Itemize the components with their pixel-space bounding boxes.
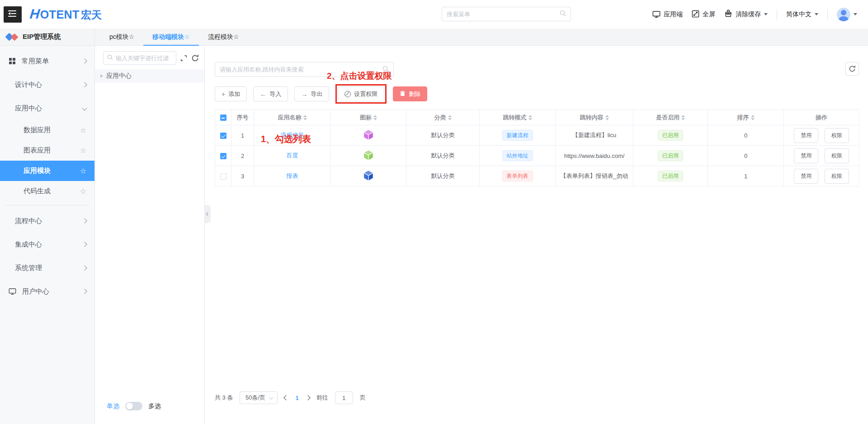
sidebar-item-app-center[interactable]: 应用中心 xyxy=(0,96,94,120)
sidebar-item-system-admin[interactable]: 系统管理 xyxy=(0,256,94,280)
menu-search-input[interactable] xyxy=(447,11,560,18)
sidebar-item-app-module[interactable]: 应用模块 ☆ xyxy=(0,161,94,181)
next-page-button[interactable] xyxy=(305,395,310,400)
brand-logo: HOTENT宏天 xyxy=(30,6,102,22)
app-search-input[interactable] xyxy=(220,66,379,73)
sidebar-item-user-center[interactable]: 用户中心 xyxy=(0,280,94,303)
chevron-down-icon xyxy=(82,105,87,110)
tab-pc-module[interactable]: pc模块☆ xyxy=(100,29,143,45)
refresh-list-button[interactable] xyxy=(845,62,859,76)
sidebar-item-common-menu[interactable]: 常用菜单 xyxy=(0,49,94,73)
caret-right-icon[interactable] xyxy=(100,74,103,78)
col-icon[interactable]: 图标 xyxy=(331,110,406,125)
collapse-tree-handle[interactable] xyxy=(205,205,211,223)
sort-icon[interactable] xyxy=(373,115,377,120)
col-jump-mode[interactable]: 跳转模式 xyxy=(480,110,556,125)
goto-label: 前往 xyxy=(316,394,328,402)
total-count: 共 3 条 xyxy=(215,394,233,402)
tree-filter-input[interactable] xyxy=(116,55,172,62)
select-all-checkbox[interactable] xyxy=(220,114,226,121)
refresh-tree-button[interactable] xyxy=(191,54,199,62)
sidebar-item-integration-center[interactable]: 集成中心 xyxy=(0,233,94,256)
set-permission-button[interactable]: 设置权限 xyxy=(338,86,384,101)
fullscreen-icon xyxy=(692,10,699,19)
eip-logo-icon xyxy=(6,33,18,42)
app-portal-button[interactable]: 应用端 xyxy=(652,10,683,19)
expand-tree-button[interactable] xyxy=(180,55,187,62)
app-name-link[interactable]: 百度 xyxy=(287,152,298,159)
user-menu[interactable] xyxy=(837,8,857,21)
sort-icon[interactable] xyxy=(605,115,609,120)
sidebar-item-data-app[interactable]: 数据应用 ☆ xyxy=(0,120,94,140)
tab-bar: pc模块☆ 移动端模块☆ 流程模块☆ xyxy=(95,29,868,46)
row-checkbox[interactable] xyxy=(220,153,226,159)
star-icon[interactable]: ☆ xyxy=(80,126,86,134)
row-checkbox[interactable] xyxy=(220,173,226,180)
star-icon[interactable]: ☆ xyxy=(80,187,86,195)
search-icon xyxy=(560,10,566,18)
sort-icon[interactable] xyxy=(751,115,755,120)
permission-button[interactable]: 权限 xyxy=(825,169,849,184)
add-button[interactable]: + 添加 xyxy=(215,86,247,101)
col-jump-content[interactable]: 跳转内容 xyxy=(556,110,633,125)
chevron-right-icon xyxy=(82,58,87,63)
avatar[interactable] xyxy=(837,8,850,21)
sort-icon[interactable] xyxy=(303,115,307,120)
sort-icon[interactable] xyxy=(448,115,452,120)
divider xyxy=(777,10,777,19)
clear-cache-button[interactable]: 清除缓存 xyxy=(724,10,768,19)
content-area: pc模块☆ 移动端模块☆ 流程模块☆ xyxy=(95,29,868,424)
import-button[interactable]: ← 导入 xyxy=(253,86,288,101)
table-row: 3 报表 xyxy=(215,166,859,186)
tree-node-app-center[interactable]: 应用中心 xyxy=(95,69,204,83)
tab-flow-module[interactable]: 流程模块☆ xyxy=(199,29,248,45)
grid-icon xyxy=(9,57,16,65)
hamburger-icon xyxy=(8,10,17,19)
row-checkbox[interactable] xyxy=(220,133,226,139)
disable-button[interactable]: 禁用 xyxy=(794,148,818,163)
col-enabled[interactable]: 是否启用 xyxy=(633,110,708,125)
table-row: 2 百度 xyxy=(215,146,859,166)
divider xyxy=(827,10,828,19)
chevron-right-icon xyxy=(82,218,87,223)
select-mode-toggle[interactable] xyxy=(125,402,142,410)
star-icon[interactable]: ☆ xyxy=(80,146,86,155)
page-size-select[interactable]: 50条/页 xyxy=(240,391,278,404)
app-name-link[interactable]: 流程信息 xyxy=(281,132,304,138)
disable-button[interactable]: 禁用 xyxy=(794,169,818,184)
export-button[interactable]: → 导出 xyxy=(294,86,329,101)
system-brand: EIP管理系统 xyxy=(0,29,94,46)
collapse-sidebar-button[interactable] xyxy=(4,6,22,23)
col-category[interactable]: 分类 xyxy=(406,110,480,125)
page-number[interactable]: 1 xyxy=(295,395,298,401)
sidebar-item-chart-app[interactable]: 图表应用 ☆ xyxy=(0,140,94,161)
fullscreen-button[interactable]: 全屏 xyxy=(692,10,715,19)
app-name-link[interactable]: 报表 xyxy=(287,172,298,179)
trash-icon xyxy=(400,91,406,98)
disable-button[interactable]: 禁用 xyxy=(794,128,818,143)
prev-page-button[interactable] xyxy=(284,395,289,400)
language-selector[interactable]: 简体中文 xyxy=(786,10,818,19)
status-badge: 已启用 xyxy=(658,130,683,141)
tab-mobile-module[interactable]: 移动端模块☆ xyxy=(143,29,199,45)
star-icon[interactable]: ☆ xyxy=(80,167,86,175)
sort-icon[interactable] xyxy=(681,115,685,120)
multi-select-label[interactable]: 多选 xyxy=(148,402,161,410)
col-app-name[interactable]: 应用名称 xyxy=(254,110,331,125)
goto-page-input[interactable] xyxy=(335,391,353,404)
sidebar-item-flow-center[interactable]: 流程中心 xyxy=(0,209,94,233)
sort-icon[interactable] xyxy=(528,115,532,120)
permission-button[interactable]: 权限 xyxy=(825,128,849,143)
permission-button[interactable]: 权限 xyxy=(825,148,849,163)
sidebar-item-design-center[interactable]: 设计中心 xyxy=(0,73,94,96)
jump-mode-tag: 表单列表 xyxy=(502,171,533,181)
select-mode-toggle-row: 单选 多选 xyxy=(107,402,161,410)
single-select-label[interactable]: 单选 xyxy=(107,402,119,410)
chevron-right-icon xyxy=(82,265,87,270)
chevron-down-icon xyxy=(764,13,768,15)
sidebar-item-code-gen[interactable]: 代码生成 ☆ xyxy=(0,181,94,201)
col-actions: 操作 xyxy=(784,110,859,125)
workspace: 应用中心 单选 多选 xyxy=(95,46,868,424)
delete-button[interactable]: 删除 xyxy=(393,86,427,101)
col-sort[interactable]: 排序 xyxy=(708,110,784,125)
